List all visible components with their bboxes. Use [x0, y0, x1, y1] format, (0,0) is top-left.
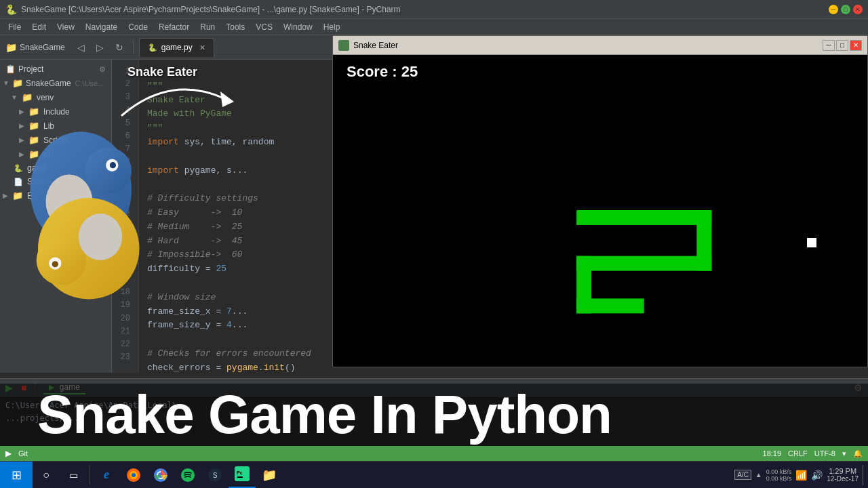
menu-view[interactable]: View: [52, 21, 80, 33]
status-indent: ▾: [842, 449, 846, 458]
menu-file[interactable]: File: [3, 21, 26, 33]
menu-vcs[interactable]: VCS: [250, 21, 278, 33]
status-line-col[interactable]: 18:19: [763, 449, 782, 458]
close-button[interactable]: ✕: [853, 5, 863, 14]
svg-point-22: [181, 468, 195, 482]
project-icon: 📋: [5, 64, 16, 74]
menu-window[interactable]: Window: [278, 21, 318, 33]
forward-button[interactable]: ▷: [92, 39, 108, 56]
title-icon: 🐍: [5, 4, 17, 15]
game-title-bar: Snake Eater ─ □ ✕: [333, 36, 867, 55]
svg-text:Pc: Pc: [237, 470, 243, 475]
maximize-button[interactable]: □: [841, 5, 850, 14]
game-window-controls: ─ □ ✕: [823, 40, 862, 51]
game-canvas: Score : 25: [333, 55, 867, 367]
venv-expand-icon: ▼: [11, 94, 18, 101]
sidebar-item-venv-label: venv: [37, 93, 54, 102]
svg-point-14: [79, 214, 122, 260]
svg-rect-26: [237, 476, 243, 478]
sidebar-root[interactable]: ▼ 📁 SnakeGame C:\Use...: [0, 76, 111, 90]
game-minimize-button[interactable]: ─: [823, 40, 835, 51]
svg-point-18: [132, 473, 136, 477]
menu-tools[interactable]: Tools: [220, 21, 250, 33]
status-vcs[interactable]: Git: [18, 449, 28, 458]
tray-show-desktop[interactable]: [863, 465, 865, 485]
tray-wifi-icon[interactable]: 📶: [795, 470, 807, 481]
taskbar-pycharm[interactable]: Pc: [229, 462, 256, 489]
tray-network-icon[interactable]: 0.00 kB/s: [766, 468, 792, 475]
sidebar-root-path: C:\Use...: [75, 79, 104, 87]
status-encoding[interactable]: UTF-8: [814, 449, 835, 458]
menu-edit[interactable]: Edit: [26, 21, 52, 33]
tray-date: 12-Dec-17: [827, 475, 859, 483]
tab-icon: 🐍: [148, 43, 157, 52]
taskbar-search[interactable]: ○: [33, 462, 60, 489]
tray-sound-icon[interactable]: 🔊: [811, 470, 823, 481]
game-maximize-button[interactable]: □: [836, 40, 848, 51]
tray-clock[interactable]: 1:29 PM 12-Dec-17: [827, 467, 859, 483]
root-expand-icon: ▼: [3, 79, 9, 87]
sidebar-item-include-label: Include: [43, 107, 70, 117]
menu-code[interactable]: Code: [123, 21, 153, 33]
project-label: SnakeGame: [20, 43, 65, 52]
folder-root-icon: 📁: [12, 78, 23, 88]
project-settings-icon: ⚙: [99, 65, 106, 74]
taskbar-firefox[interactable]: [120, 462, 147, 489]
snake-eater-annotation: Snake Eater: [127, 65, 197, 79]
tray-time: 1:29 PM: [827, 467, 859, 475]
menu-refactor[interactable]: Refactor: [153, 21, 195, 33]
taskbar-chrome[interactable]: [147, 462, 174, 489]
folder-icon: 📁: [5, 42, 17, 53]
svg-text:S: S: [213, 472, 218, 479]
window-title: SnakeGame [C:\Users\Acer Aspire\PycharmP…: [21, 5, 829, 14]
food-item: [807, 238, 816, 247]
menu-bar: File Edit View Navigate Code Refactor Ru…: [0, 19, 868, 35]
status-run-icon[interactable]: ▶: [5, 449, 12, 458]
sidebar-item-include[interactable]: ▶ 📁 Include: [0, 104, 111, 119]
python-logo: [7, 119, 163, 308]
svg-point-8: [110, 162, 116, 168]
svg-point-11: [37, 235, 87, 285]
menu-help[interactable]: Help: [318, 21, 346, 33]
taskbar-file-explorer[interactable]: 📁: [256, 462, 283, 489]
game-close-button[interactable]: ✕: [850, 40, 862, 51]
project-header[interactable]: 📋 Project ⚙: [0, 62, 111, 76]
taskbar-task-view[interactable]: ▭: [60, 462, 87, 489]
project-header-label: Project: [18, 64, 43, 74]
start-button[interactable]: ⊞: [0, 462, 33, 489]
svg-marker-15: [220, 92, 234, 107]
snake-graphic: [333, 55, 867, 367]
menu-navigate[interactable]: Navigate: [80, 21, 123, 33]
svg-point-13: [52, 261, 58, 267]
svg-point-6: [85, 147, 132, 194]
sidebar-root-label: SnakeGame: [26, 79, 71, 88]
refresh-button[interactable]: ↻: [111, 39, 127, 56]
status-crlf[interactable]: CRLF: [788, 449, 808, 458]
taskbar: ⊞ ○ ▭ e: [0, 461, 868, 488]
include-folder-icon: 📁: [28, 106, 39, 117]
sidebar-item-venv[interactable]: ▼ 📁 venv: [0, 90, 111, 104]
editor-tab-game[interactable]: 🐍 game.py ✕: [139, 38, 214, 57]
game-window: Snake Eater ─ □ ✕ Score : 25: [332, 35, 868, 367]
svg-rect-0: [576, 210, 711, 225]
minimize-button[interactable]: ─: [829, 5, 838, 14]
taskbar-steam[interactable]: S: [201, 462, 229, 489]
tray-ac-badge[interactable]: A/C: [734, 470, 751, 480]
menu-run[interactable]: Run: [195, 21, 220, 33]
game-window-title: Snake Eater: [353, 41, 818, 50]
tab-label: game.py: [161, 43, 193, 52]
big-title-text: Snake Game In Python: [37, 384, 612, 445]
tab-close[interactable]: ✕: [199, 43, 205, 52]
tray-arrow[interactable]: ▲: [755, 471, 762, 479]
svg-rect-2: [576, 256, 711, 271]
taskbar-spotify[interactable]: [174, 462, 201, 489]
tray-network-down: 0.00 kB/s: [766, 475, 792, 482]
status-notifications[interactable]: 🔔: [853, 449, 863, 458]
venv-folder-icon: 📁: [22, 92, 33, 102]
back-button[interactable]: ◁: [73, 39, 90, 56]
system-tray: A/C ▲ 0.00 kB/s 0.00 kB/s 📶 🔊 1:29 PM 12…: [732, 465, 868, 485]
big-title-overlay: Snake Game In Python: [0, 384, 868, 446]
status-bar: ▶ Git 18:19 CRLF UTF-8 ▾ 🔔: [0, 446, 868, 461]
taskbar-edge-legacy[interactable]: e: [93, 462, 120, 489]
toolbar-separator-1: [133, 41, 134, 54]
